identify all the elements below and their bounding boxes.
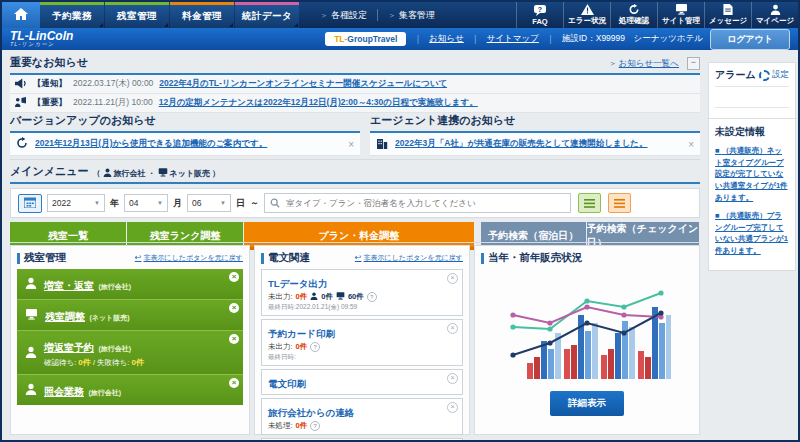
net-count: 60件 — [348, 292, 364, 302]
logout-button[interactable]: ログアウト — [710, 29, 790, 50]
hide-card-icon[interactable]: × — [447, 323, 458, 334]
restore-hidden-buttons-link[interactable]: ↩非表示にしたボタンを元に戻す — [355, 253, 463, 263]
news-item-link[interactable]: 2022年4月のTL-リンカーンオンラインセミナー開催スケジュールについて — [159, 78, 447, 90]
room-panel-header: 残室管理 ↩非表示にしたボタンを元に戻す — [17, 251, 243, 265]
util-messages[interactable]: メッセージ — [704, 2, 751, 28]
news-link[interactable]: お知らせ — [429, 33, 464, 45]
chevron-down-icon: ▼ — [220, 200, 226, 206]
day-select[interactable]: 06▼ — [187, 194, 231, 212]
util-error-status[interactable]: エラー状況 — [563, 2, 610, 28]
search-input[interactable] — [284, 197, 565, 209]
nav-link-marketing[interactable]: ＞ 集客管理 — [378, 9, 445, 22]
top-navbar: 予約業務 残室管理 料金管理 統計データ ＞ 各種設定 ＞ 集客管理 ? FAQ — [2, 2, 798, 28]
stock-view-toggle[interactable] — [578, 193, 601, 213]
util-process-check[interactable]: 処理確認 — [610, 2, 657, 28]
room-row-add-return-booking[interactable]: 増返室予約 (旅行会社) 確認待ち: 0件 / 失敗待ち: 0件 × — [17, 331, 243, 375]
news-date: 2022.11.21(月) 10:00 — [73, 97, 153, 109]
pending-count: 0件 — [78, 358, 90, 367]
speaker-icon — [14, 75, 27, 93]
card-title-link[interactable]: 旅行会社からの連絡 — [268, 407, 354, 418]
year-value: 2022 — [52, 198, 71, 208]
close-icon[interactable]: × — [348, 139, 354, 150]
restore-hidden-buttons-link[interactable]: ↩非表示にしたボタンを元に戻す — [135, 253, 243, 263]
help-icon[interactable]: ? — [310, 342, 320, 352]
hide-card-icon[interactable]: × — [447, 402, 458, 413]
undo-icon: ↩ — [135, 253, 142, 262]
news-date: 2022.03.17(木) 00:00 — [73, 78, 153, 90]
tab-statistics[interactable]: 統計データ — [235, 2, 299, 28]
unset-info-link[interactable]: ■ （共通販売）ネット室タイプグループ設定が完了していない共通室タイプが1件あり… — [715, 145, 789, 203]
room-row-inquiry[interactable]: 照会業務 (旅行会社) × — [17, 375, 243, 405]
panel-accent-bar — [17, 253, 20, 264]
agent-news-link[interactable]: 2022年3月「A社」が共通在庫の販売先として連携開始しました。 — [395, 138, 648, 150]
tab-reservation[interactable]: 予約業務 — [40, 2, 104, 28]
room-row-note: (旅行会社) — [88, 389, 121, 396]
version-news-link[interactable]: 2021年12月13日(月)から使用できる追加機能のご案内です。 — [35, 138, 267, 150]
close-icon[interactable]: × — [229, 378, 239, 388]
news-item-link[interactable]: 12月の定期メンテナンスは2022年12月12日(月)2:00～4:30の日程で… — [159, 97, 478, 109]
help-icon[interactable]: ? — [367, 292, 377, 302]
tl-lincoln-logo[interactable]: TL-LinColn TL-リンカーン — [10, 30, 73, 48]
sales-panel-title: 当年・前年販売状況 — [488, 251, 583, 265]
group-travel-button[interactable]: TL-GroupTravel — [325, 32, 406, 46]
help-icon[interactable]: ? — [310, 421, 320, 431]
util-mypage[interactable]: マイページ — [751, 2, 798, 28]
room-panel-title: 残室管理 — [24, 251, 66, 265]
month-select[interactable]: 04▼ — [124, 194, 168, 212]
close-icon[interactable]: × — [229, 303, 239, 313]
rate-view-toggle[interactable] — [608, 193, 631, 213]
card-title-link[interactable]: TLデータ出力 — [268, 278, 328, 289]
detail-view-button[interactable]: 詳細表示 — [550, 391, 624, 416]
search-icon — [270, 194, 280, 212]
version-news-title: バージョンアップのお知らせ — [10, 113, 156, 128]
news-list-link[interactable]: お知らせ一覧へ — [619, 58, 679, 70]
panel-accent-bar — [261, 253, 264, 264]
home-button[interactable] — [2, 2, 40, 28]
unset-info-link[interactable]: ■ （共通販売）プラングループ完了していない共通プランが1件あります。 — [715, 210, 789, 257]
divider: ｜ — [413, 33, 422, 46]
alarm-settings-link[interactable]: 設定 — [772, 69, 789, 81]
logo-subtext: TL-リンカーン — [10, 42, 73, 48]
nav-link-settings[interactable]: ＞ 各種設定 — [310, 9, 377, 22]
nav-link-settings-label: 各種設定 — [331, 9, 367, 22]
year-select[interactable]: 2022▼ — [47, 194, 105, 212]
paren: ） — [212, 168, 220, 179]
close-icon[interactable]: × — [229, 334, 239, 344]
alarm-title: アラーム — [715, 68, 756, 82]
person-icon — [103, 168, 112, 179]
card-title-link[interactable]: 電文印刷 — [268, 378, 306, 389]
monitor-icon — [25, 306, 38, 324]
room-row-label: 残室調整 — [45, 311, 85, 322]
person-icon — [25, 344, 37, 362]
collapse-button[interactable]: − — [687, 57, 700, 70]
important-news-section: 重要なお知らせ ＞ お知らせ一覧へ − 【通知】 2022.03.17(木) 0… — [10, 55, 700, 113]
bullet-icon: ■ — [715, 146, 722, 155]
alarm-header: アラーム 設定 — [715, 68, 789, 87]
hide-card-icon[interactable]: × — [447, 273, 458, 284]
close-icon[interactable]: × — [688, 139, 694, 150]
group-travel-name: GroupTravel — [347, 34, 397, 44]
paren: （ — [93, 168, 101, 179]
util-site-admin[interactable]: サイト管理 — [657, 2, 704, 28]
monitor-icon — [336, 292, 345, 302]
monitor-icon — [158, 168, 168, 179]
calendar-icon — [24, 194, 36, 212]
tab-rates[interactable]: 料金管理 — [170, 2, 234, 28]
tab-room-stock[interactable]: 残室管理 — [105, 2, 169, 28]
util-faq[interactable]: ? FAQ — [516, 2, 563, 28]
chevron-right-icon: ＞ — [609, 58, 617, 69]
divider: ｜ — [471, 33, 480, 46]
calendar-button[interactable] — [18, 194, 42, 213]
card-title-link[interactable]: 予約カード印刷 — [268, 328, 335, 339]
svg-text:?: ? — [538, 5, 542, 12]
important-news-header: 重要なお知らせ ＞ お知らせ一覧へ − — [10, 55, 700, 75]
room-row-stock-adjust[interactable]: 残室調整 (ネット販売) × — [17, 300, 243, 331]
hide-card-icon[interactable]: × — [447, 373, 458, 384]
sales-chart-wrap — [481, 271, 693, 383]
sitemap-link[interactable]: サイトマップ — [487, 33, 539, 45]
month-label: 月 — [173, 197, 182, 210]
person-icon — [25, 381, 37, 399]
room-row-add-return[interactable]: 増室・返室 (旅行会社) × — [17, 269, 243, 300]
close-icon[interactable]: × — [229, 272, 239, 282]
card-booking-card-print: 予約カード印刷 × 未出力: 0件 ? 最終日時: — [261, 319, 463, 366]
